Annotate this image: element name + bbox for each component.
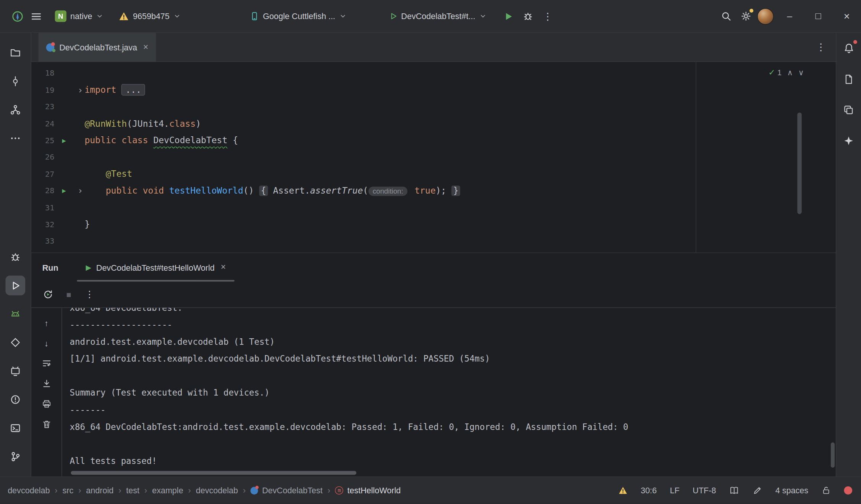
- print-button[interactable]: [38, 396, 55, 412]
- commit-icon: [10, 76, 21, 87]
- breadcrumb-item[interactable]: devcodelab: [196, 486, 238, 495]
- inspection-ok-icon: ✓: [768, 68, 775, 77]
- code-line[interactable]: 18: [31, 65, 836, 82]
- rerun-button[interactable]: [39, 286, 57, 303]
- search-everywhere-button[interactable]: [716, 6, 736, 26]
- run-button[interactable]: [498, 6, 518, 26]
- reader-mode-button[interactable]: [729, 485, 739, 495]
- write-access-button[interactable]: [822, 486, 831, 495]
- layers-icon: [843, 105, 854, 115]
- highlighting-level-button[interactable]: [752, 485, 762, 495]
- run-tab-close-icon[interactable]: ×: [221, 262, 226, 272]
- diamond-icon: [10, 337, 21, 348]
- settings-button[interactable]: [736, 6, 756, 26]
- scroll-to-end-icon: [42, 379, 52, 389]
- breadcrumb-item[interactable]: src: [62, 486, 73, 495]
- run-test-gutter-icon[interactable]: ▶: [62, 187, 66, 194]
- stop-button[interactable]: ■: [60, 286, 78, 303]
- commit-tool-button[interactable]: [5, 71, 25, 91]
- app-quality-insights-tool-button[interactable]: [5, 333, 25, 352]
- status-error-indicator[interactable]: [844, 486, 852, 495]
- minimize-button[interactable]: –: [775, 0, 804, 33]
- right-tool-rail: [836, 33, 861, 477]
- prev-occurrence-button[interactable]: ↑: [38, 315, 55, 331]
- left-tool-rail: [0, 33, 31, 477]
- console-line: [70, 436, 836, 453]
- editor-tab[interactable]: DevCodelabTest.java ×: [39, 33, 156, 61]
- indent-setting[interactable]: 4 spaces: [775, 486, 808, 495]
- next-problem-icon[interactable]: ∨: [798, 68, 804, 77]
- main-menu-button[interactable]: [26, 6, 46, 26]
- close-button[interactable]: ×: [832, 0, 861, 33]
- editor-scrollbar[interactable]: [797, 113, 802, 214]
- pen-icon: [752, 485, 762, 495]
- device-selector[interactable]: Google Cuttlefish ...: [245, 6, 351, 26]
- tab-close-icon[interactable]: ×: [143, 42, 148, 52]
- code-line[interactable]: 25▶public class DevCodelabTest {: [31, 132, 836, 149]
- console-horizontal-scrollbar[interactable]: [71, 471, 356, 475]
- breadcrumb-item[interactable]: devcodelab: [8, 486, 50, 495]
- vcs-revision-label: 9659b475: [133, 11, 170, 21]
- code-line[interactable]: 32}: [31, 216, 836, 233]
- editor-options-kebab[interactable]: ⋮: [806, 33, 836, 61]
- problems-tool-button[interactable]: [5, 390, 25, 410]
- breadcrumb-separator: ›: [188, 486, 191, 495]
- run-options-kebab[interactable]: ⋮: [81, 286, 98, 303]
- run-configuration-selector[interactable]: DevCodelabTest#t...: [385, 6, 491, 26]
- code-line[interactable]: 26: [31, 149, 836, 166]
- project-tool-button[interactable]: [5, 43, 25, 63]
- fold-arrow-icon[interactable]: ›: [78, 85, 83, 95]
- pull-requests-tool-button[interactable]: [5, 100, 25, 120]
- code-line[interactable]: 33: [31, 233, 836, 249]
- soft-wrap-button[interactable]: [38, 355, 55, 372]
- breadcrumb-item[interactable]: DevCodelabTest: [251, 486, 322, 495]
- prev-problem-icon[interactable]: ∧: [787, 68, 793, 77]
- maximize-button[interactable]: □: [804, 0, 833, 33]
- vcs-branch-selector[interactable]: 9659b475: [114, 6, 185, 26]
- bug-icon: [10, 251, 21, 262]
- more-tools-button[interactable]: [5, 128, 25, 148]
- project-selector[interactable]: N native: [50, 6, 108, 26]
- build-variants-button[interactable]: [839, 100, 859, 120]
- breadcrumb-item[interactable]: mtestHelloWorld: [335, 486, 401, 495]
- inspections-widget[interactable]: ✓ 1 ∧ ∨: [768, 68, 804, 78]
- user-avatar[interactable]: [756, 6, 775, 26]
- clear-console-button[interactable]: [38, 416, 55, 433]
- debug-tool-button[interactable]: [5, 247, 25, 267]
- run-tool-button[interactable]: [5, 276, 25, 296]
- problems-widget[interactable]: [618, 486, 627, 495]
- code-line[interactable]: 19›import ...: [31, 82, 836, 99]
- code-line[interactable]: 31: [31, 199, 836, 216]
- fold-arrow-icon[interactable]: ›: [78, 186, 83, 196]
- notifications-button[interactable]: [839, 39, 859, 58]
- scroll-to-end-button[interactable]: [38, 375, 55, 392]
- terminal-icon: [10, 423, 21, 434]
- console-line: --------------------: [70, 317, 836, 334]
- more-actions-kebab[interactable]: ⋮: [538, 6, 558, 26]
- next-occurrence-button[interactable]: ↓: [38, 335, 55, 351]
- code-line[interactable]: 27 @Test: [31, 165, 836, 182]
- device-manager-tool-button[interactable]: [5, 304, 25, 324]
- debug-button[interactable]: [518, 6, 538, 26]
- running-devices-tool-button[interactable]: [5, 361, 25, 381]
- code-line[interactable]: 28▶› public void testHelloWorld() { Asse…: [31, 182, 836, 199]
- line-number: 18: [31, 69, 57, 78]
- breadcrumb-item[interactable]: android: [86, 486, 113, 495]
- code-line[interactable]: 24@RunWith(JUnit4.class): [31, 115, 836, 132]
- cursor-position[interactable]: 30:6: [641, 486, 657, 495]
- run-test-gutter-icon[interactable]: ▶: [62, 136, 66, 144]
- console-viewport[interactable]: x86_64 DevCodelabTest:------------------…: [62, 308, 835, 476]
- breadcrumb-item[interactable]: example: [152, 486, 183, 495]
- file-encoding[interactable]: UTF-8: [693, 486, 716, 495]
- code-editor[interactable]: 1819›import ...2324@RunWith(JUnit4.class…: [31, 62, 836, 252]
- run-tab[interactable]: ▶ DevCodelabTest#testHelloWorld ×: [79, 253, 232, 282]
- version-control-tool-button[interactable]: [5, 447, 25, 467]
- java-test-class-icon: [251, 486, 258, 494]
- line-separator[interactable]: LF: [670, 486, 680, 495]
- terminal-tool-button[interactable]: [5, 418, 25, 438]
- gemini-button[interactable]: [839, 131, 859, 150]
- breadcrumb-item[interactable]: test: [126, 486, 139, 495]
- code-line[interactable]: 23: [31, 99, 836, 115]
- device-explorer-button[interactable]: [839, 69, 859, 89]
- console-vertical-scrollbar[interactable]: [831, 443, 835, 468]
